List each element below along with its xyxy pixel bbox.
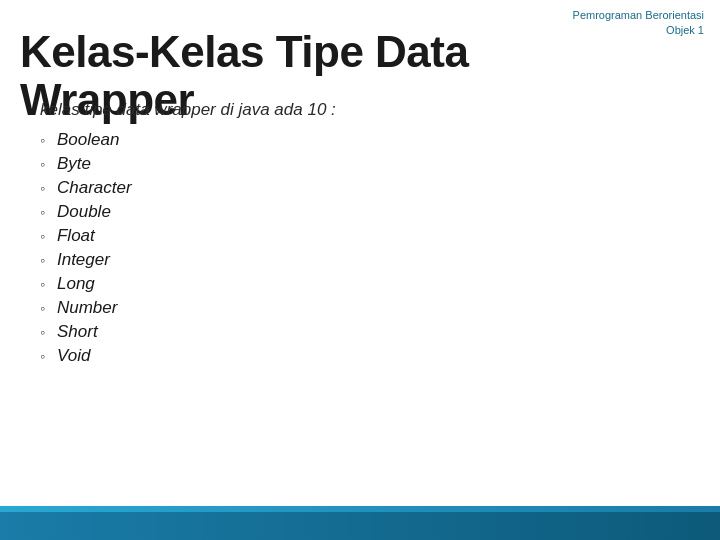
subtitle: kelas tipe data wrapper di java ada 10 : xyxy=(40,100,700,120)
top-right-header: Pemrograman Berorientasi Objek 1 xyxy=(573,8,704,39)
bullet-icon: ◦ xyxy=(40,276,45,292)
list-item: ◦Double xyxy=(40,202,700,222)
bullet-icon: ◦ xyxy=(40,252,45,268)
list-item-text-9: Void xyxy=(57,346,90,366)
bullet-icon: ◦ xyxy=(40,348,45,364)
list-item-text-6: Long xyxy=(57,274,95,294)
list-item-text-5: Integer xyxy=(57,250,110,270)
header-line2: Objek 1 xyxy=(573,23,704,38)
list-item-text-3: Double xyxy=(57,202,111,222)
list-item-text-8: Short xyxy=(57,322,98,342)
list-item: ◦Float xyxy=(40,226,700,246)
bullet-icon: ◦ xyxy=(40,156,45,172)
bullet-icon: ◦ xyxy=(40,132,45,148)
list-item-text-0: Boolean xyxy=(57,130,119,150)
list-container: ◦Boolean◦Byte◦Character◦Double◦Float◦Int… xyxy=(40,130,700,366)
list-item-text-1: Byte xyxy=(57,154,91,174)
list-item: ◦Short xyxy=(40,322,700,342)
list-item: ◦Void xyxy=(40,346,700,366)
list-item: ◦Long xyxy=(40,274,700,294)
list-item-text-4: Float xyxy=(57,226,95,246)
list-item-text-2: Character xyxy=(57,178,132,198)
list-item: ◦Number xyxy=(40,298,700,318)
bullet-icon: ◦ xyxy=(40,204,45,220)
bottom-bar xyxy=(0,512,720,540)
list-item: ◦Byte xyxy=(40,154,700,174)
bullet-icon: ◦ xyxy=(40,180,45,196)
bullet-icon: ◦ xyxy=(40,228,45,244)
content-area: kelas tipe data wrapper di java ada 10 :… xyxy=(40,100,700,370)
list-item: ◦Integer xyxy=(40,250,700,270)
bullet-icon: ◦ xyxy=(40,324,45,340)
list-item-text-7: Number xyxy=(57,298,117,318)
list-item: ◦Boolean xyxy=(40,130,700,150)
list-item: ◦Character xyxy=(40,178,700,198)
bullet-icon: ◦ xyxy=(40,300,45,316)
header-line1: Pemrograman Berorientasi xyxy=(573,8,704,23)
slide-container: Pemrograman Berorientasi Objek 1 Kelas-K… xyxy=(0,0,720,540)
